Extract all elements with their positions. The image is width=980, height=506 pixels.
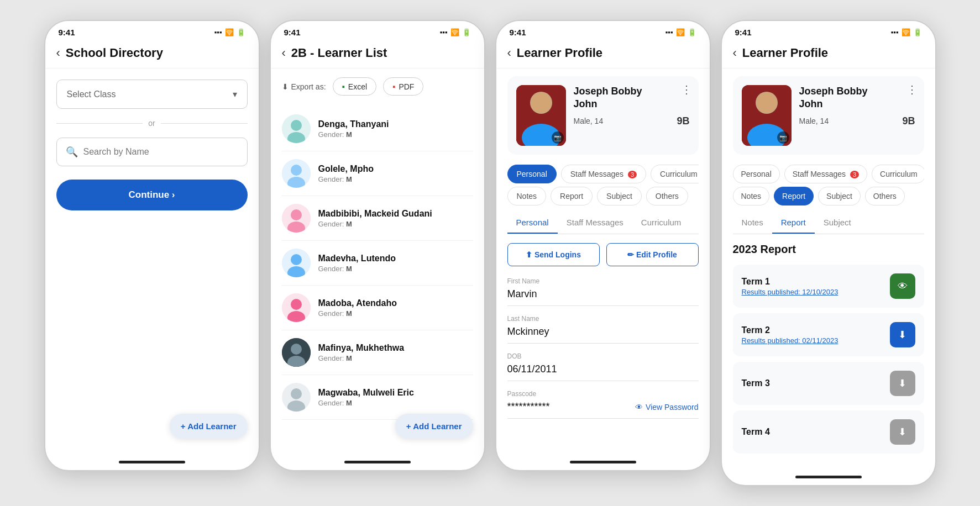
dob-value: 06/11/2011 xyxy=(507,363,699,381)
tab-pill-4-others[interactable]: Others xyxy=(865,187,905,205)
list-item[interactable]: Madevha, Lutendo Gender: M xyxy=(282,241,473,286)
term-button-2[interactable]: ⬇ xyxy=(890,322,915,347)
tab-ul-4-subject[interactable]: Subject xyxy=(815,212,860,234)
battery-icon: 🔋 xyxy=(237,28,245,36)
excel-icon: ▪ xyxy=(342,82,345,91)
learner-name: Denga, Thanyani xyxy=(318,119,389,129)
student-grade: 9B xyxy=(677,115,689,127)
back-button-4[interactable]: ‹ xyxy=(733,46,737,60)
wifi-icon-4: 🛜 xyxy=(902,28,910,36)
tab-pill-others[interactable]: Others xyxy=(646,187,688,205)
learner-name: Golele, Mpho xyxy=(318,164,374,174)
svg-point-13 xyxy=(291,299,302,310)
term-published-1[interactable]: Results published: 12/10/2023 xyxy=(742,288,838,296)
tab-pill-curriculum[interactable]: Curriculum xyxy=(651,165,698,183)
divider-or: or xyxy=(56,119,248,128)
back-button-1[interactable]: ‹ xyxy=(56,46,60,60)
add-learner-button-2[interactable]: + Add Learner xyxy=(395,414,473,439)
learner-name: Madbibibi, Mackeid Gudani xyxy=(318,209,432,219)
learner-info: Madevha, Lutendo Gender: M xyxy=(318,254,396,273)
term-row-1: Term 1 Results published: 12/10/2023 👁 xyxy=(733,265,924,308)
phone-screen-4: 9:41 ▪▪▪ 🛜 🔋 ‹ Learner Profile xyxy=(721,20,936,486)
export-pdf-button[interactable]: ▪ PDF xyxy=(383,77,423,96)
header-3: ‹ Learner Profile xyxy=(496,40,710,68)
screen2-body: ⬇ Export as: ▪ Excel ▪ PDF Denga, T xyxy=(271,68,484,455)
learner-name: Mafinya, Mukhethwa xyxy=(318,343,405,353)
last-name-label: Last Name xyxy=(507,315,699,323)
screen1-body: Select Class ▾ or 🔍 Continue › + Add Lea… xyxy=(45,68,259,455)
term-name-3: Term 3 xyxy=(742,378,770,388)
add-learner-button-1[interactable]: + Add Learner xyxy=(170,414,248,439)
term-button-1[interactable]: 👁 xyxy=(890,273,915,299)
dob-label: DOB xyxy=(507,352,699,360)
send-logins-button[interactable]: ⬆ Send Logins xyxy=(507,243,600,266)
select-class-dropdown[interactable]: Select Class ▾ xyxy=(56,80,248,109)
tab-pill-4-notes[interactable]: Notes xyxy=(733,187,770,205)
page-title-2: 2B - Learner List xyxy=(291,46,387,60)
term-button-3[interactable]: ⬇ xyxy=(890,371,915,396)
status-icons-3: ▪▪▪ 🛜 🔋 xyxy=(665,28,696,36)
first-name-label: First Name xyxy=(507,277,699,285)
learner-info: Madoba, Atendaho Gender: M xyxy=(318,298,397,318)
tab-pill-notes[interactable]: Notes xyxy=(507,187,547,205)
tab-pill-4-curriculum[interactable]: Curriculum xyxy=(872,165,924,183)
list-item[interactable]: Madoba, Atendaho Gender: M xyxy=(282,286,473,330)
avatar xyxy=(282,204,311,233)
wifi-icon-3: 🛜 xyxy=(676,28,685,36)
home-indicator-2 xyxy=(344,461,411,463)
list-item[interactable]: Magwaba, Mulweli Eric Gender: M xyxy=(282,375,473,420)
back-button-3[interactable]: ‹ xyxy=(507,46,511,60)
search-box[interactable]: 🔍 xyxy=(56,138,248,166)
student-gender-age-4: Male, 14 xyxy=(799,117,829,125)
screen3-body: 📷 Joseph Bobby John Male, 14 9B ⋮ Person… xyxy=(496,68,710,455)
tab-pill-4-report[interactable]: Report xyxy=(774,187,814,205)
battery-icon-4: 🔋 xyxy=(913,28,922,36)
list-item[interactable]: Madbibibi, Mackeid Gudani Gender: M xyxy=(282,196,473,241)
tab-pill-personal[interactable]: Personal xyxy=(507,165,557,183)
status-time-3: 9:41 xyxy=(510,28,526,37)
export-bar: ⬇ Export as: ▪ Excel ▪ PDF xyxy=(282,77,473,98)
list-item[interactable]: Golele, Mpho Gender: M xyxy=(282,151,473,196)
more-options-icon-4[interactable]: ⋮ xyxy=(906,83,918,96)
term-button-4[interactable]: ⬇ xyxy=(890,419,915,445)
term-row-3: Term 3 ⬇ xyxy=(733,362,924,405)
tab-pill-4-staff-messages[interactable]: Staff Messages 3 xyxy=(784,165,867,183)
tab-ul-curriculum[interactable]: Curriculum xyxy=(632,212,690,234)
header-2: ‹ 2B - Learner List xyxy=(271,40,484,68)
camera-icon[interactable]: 📷 xyxy=(552,131,564,144)
tab-pill-report[interactable]: Report xyxy=(551,187,593,205)
tab-ul-4-notes[interactable]: Notes xyxy=(733,212,772,234)
svg-point-28 xyxy=(757,93,777,113)
list-item[interactable]: Denga, Thanyani Gender: M xyxy=(282,107,473,151)
export-excel-button[interactable]: ▪ Excel xyxy=(333,77,377,96)
tab-ul-4-report[interactable]: Report xyxy=(772,212,815,234)
edit-profile-button[interactable]: ✏ Edit Profile xyxy=(606,243,699,266)
tab-ul-personal[interactable]: Personal xyxy=(507,212,558,234)
tabs-underline-4: Notes Report Subject xyxy=(733,212,924,234)
term-published-2[interactable]: Results published: 02/11/2023 xyxy=(742,336,838,345)
list-item[interactable]: Mafinya, Mukhethwa Gender: M xyxy=(282,330,473,375)
tab-pill-4-subject[interactable]: Subject xyxy=(818,187,861,205)
view-password-button[interactable]: 👁 View Password xyxy=(635,403,698,412)
home-indicator-4 xyxy=(795,476,862,478)
tab-ul-staff-messages[interactable]: Staff Messages xyxy=(558,212,632,234)
tabs-underline: Personal Staff Messages Curriculum xyxy=(507,212,699,234)
student-name-4: Joseph Bobby John xyxy=(799,85,915,111)
tab-pill-4-personal[interactable]: Personal xyxy=(733,165,780,183)
more-options-icon[interactable]: ⋮ xyxy=(681,83,692,96)
tab-pill-subject[interactable]: Subject xyxy=(597,187,642,205)
camera-icon-4[interactable]: 📷 xyxy=(777,131,789,144)
tab-pill-staff-messages[interactable]: Staff Messages 3 xyxy=(561,165,646,183)
signal-icon: ▪▪▪ xyxy=(214,28,222,36)
first-name-field: First Name Marvin xyxy=(507,277,699,306)
search-input[interactable] xyxy=(83,147,238,157)
profile-info-4: Joseph Bobby John Male, 14 9B xyxy=(799,85,915,127)
svg-point-1 xyxy=(291,120,302,131)
profile-meta: Male, 14 9B xyxy=(574,115,690,127)
page-title-4: Learner Profile xyxy=(742,46,828,60)
status-bar-3: 9:41 ▪▪▪ 🛜 🔋 xyxy=(496,21,710,40)
signal-icon-4: ▪▪▪ xyxy=(891,28,899,36)
continue-button[interactable]: Continue › xyxy=(56,180,248,210)
back-button-2[interactable]: ‹ xyxy=(282,46,286,60)
first-name-value: Marvin xyxy=(507,288,699,306)
